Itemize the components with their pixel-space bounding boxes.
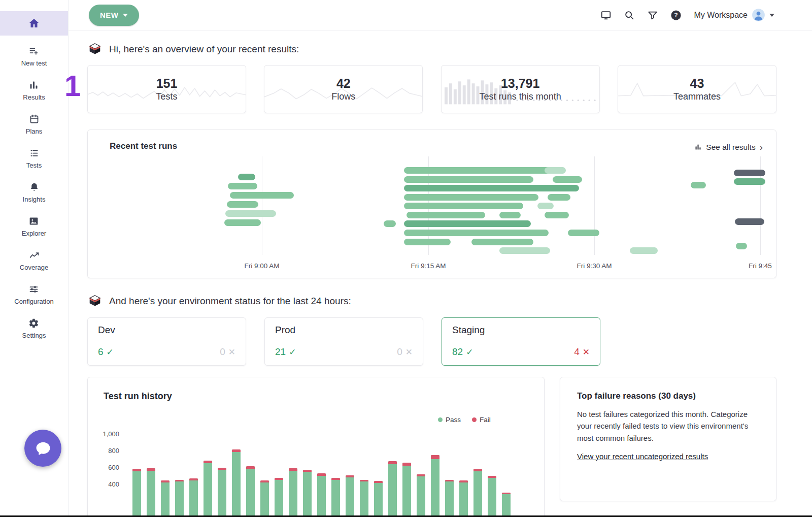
sidebar-item-home[interactable]: [0, 11, 68, 36]
test-run-bar[interactable]: [384, 220, 396, 227]
test-run-bar[interactable]: [224, 219, 261, 226]
help-icon[interactable]: ?: [670, 10, 682, 21]
uncategorized-results-link[interactable]: View your recent uncategorized results: [577, 452, 708, 461]
history-bar[interactable]: [260, 480, 269, 517]
test-run-bar[interactable]: [691, 182, 706, 188]
test-run-bar[interactable]: [404, 185, 579, 191]
test-run-bar[interactable]: [404, 239, 451, 245]
history-bar[interactable]: [402, 463, 411, 517]
history-bar[interactable]: [303, 470, 312, 517]
history-bar[interactable]: [147, 468, 155, 517]
test-run-bar[interactable]: [545, 167, 566, 174]
test-run-bar[interactable]: [537, 203, 554, 209]
history-bar[interactable]: [388, 461, 397, 517]
history-bar[interactable]: [488, 476, 496, 517]
test-run-bar[interactable]: [735, 218, 764, 225]
env-card-staging[interactable]: Staging82✓4✕: [442, 317, 600, 366]
test-run-bar[interactable]: [734, 178, 765, 185]
test-run-bar[interactable]: [404, 220, 531, 227]
history-bar[interactable]: [161, 480, 170, 517]
configuration-icon: [28, 284, 39, 295]
test-run-bar[interactable]: [230, 192, 294, 199]
history-bar[interactable]: [346, 475, 354, 517]
history-bar-fail-segment: [431, 455, 439, 459]
history-bar[interactable]: [132, 469, 141, 517]
history-bar[interactable]: [445, 480, 454, 517]
workspace-menu[interactable]: My Workspace: [694, 8, 774, 22]
stat-card-test-runs-this-month[interactable]: 13,791Test runs this month: [441, 65, 600, 113]
test-run-bar[interactable]: [225, 210, 276, 217]
stat-card-tests[interactable]: 151Tests: [87, 65, 246, 113]
sidebar-item-settings[interactable]: Settings: [22, 318, 46, 339]
test-run-bar[interactable]: [228, 183, 257, 189]
sidebar-item-plans[interactable]: Plans: [26, 114, 43, 135]
y-axis-label: 400: [108, 480, 119, 488]
history-bar[interactable]: [473, 469, 482, 517]
history-bar[interactable]: [189, 478, 198, 517]
history-bar-fail-segment: [445, 480, 454, 481]
test-run-bar[interactable]: [227, 201, 258, 208]
test-run-bar[interactable]: [404, 203, 523, 209]
tests-icon: [29, 148, 40, 158]
chat-launcher[interactable]: [24, 430, 61, 467]
history-bar[interactable]: [459, 480, 468, 517]
history-bar-fail-segment: [388, 461, 397, 465]
history-bar-fail-segment: [473, 469, 482, 471]
history-bar[interactable]: [417, 474, 425, 517]
settings-icon: [28, 318, 39, 329]
history-bar[interactable]: [502, 493, 511, 517]
sidebar-item-configuration[interactable]: Configuration: [14, 284, 53, 305]
test-run-bar[interactable]: [630, 247, 658, 254]
sidebar-item-tests[interactable]: Tests: [26, 148, 42, 169]
history-bar-fail-segment: [289, 468, 297, 470]
history-bar[interactable]: [232, 449, 241, 517]
test-run-bar[interactable]: [548, 194, 570, 201]
stat-card-flows[interactable]: 42Flows: [264, 65, 423, 113]
test-run-bar[interactable]: [471, 239, 533, 245]
test-run-bar[interactable]: [404, 167, 559, 174]
env-pass-count: 82✓: [452, 346, 473, 358]
history-bar[interactable]: [331, 478, 340, 517]
history-bar[interactable]: [360, 480, 368, 517]
test-run-bar[interactable]: [553, 176, 582, 183]
sidebar-item-explorer[interactable]: Explorer: [22, 216, 46, 237]
history-bar[interactable]: [204, 461, 212, 517]
test-run-bar[interactable]: [499, 212, 521, 218]
test-run-bar[interactable]: [238, 174, 255, 180]
history-bar[interactable]: [175, 480, 184, 517]
test-run-bar[interactable]: [407, 212, 485, 218]
test-run-bar[interactable]: [568, 230, 599, 236]
history-bar[interactable]: [246, 466, 255, 517]
test-run-bar[interactable]: [404, 230, 549, 236]
sidebar-item-coverage[interactable]: Coverage: [20, 250, 48, 271]
new-button-label: NEW: [100, 11, 118, 19]
filter-icon[interactable]: [647, 10, 658, 21]
test-run-bar[interactable]: [545, 212, 569, 218]
sidebar-item-new-test[interactable]: New test: [21, 46, 47, 67]
topbar-actions: ? My Workspace: [600, 8, 774, 22]
history-bar[interactable]: [317, 473, 326, 517]
history-bar[interactable]: [289, 468, 297, 517]
new-button[interactable]: NEW: [89, 5, 139, 26]
test-run-bar[interactable]: [499, 247, 550, 254]
search-icon[interactable]: [624, 10, 635, 21]
y-axis-label: 600: [108, 464, 119, 471]
history-bar[interactable]: [431, 455, 439, 517]
test-run-bar[interactable]: [506, 176, 521, 183]
test-run-bar[interactable]: [734, 170, 765, 176]
monitor-icon[interactable]: [600, 10, 612, 21]
legend-pass: Pass: [438, 416, 461, 424]
env-card-dev[interactable]: Dev6✓0✕: [87, 317, 246, 366]
history-bar[interactable]: [218, 468, 226, 517]
test-run-bar[interactable]: [736, 243, 747, 249]
sidebar-item-results[interactable]: Results: [23, 80, 45, 101]
test-run-bar[interactable]: [404, 194, 538, 201]
history-bar[interactable]: [374, 481, 383, 517]
stat-card-teammates[interactable]: 43Teammates: [618, 65, 776, 113]
env-card-prod[interactable]: Prod21✓0✕: [264, 317, 423, 366]
history-bar-fail-segment: [374, 481, 383, 482]
history-title: Test run history: [104, 391, 172, 402]
sidebar-item-insights[interactable]: Insights: [23, 182, 46, 203]
env-fail-count: 4✕: [574, 346, 590, 358]
history-bar[interactable]: [275, 478, 283, 517]
